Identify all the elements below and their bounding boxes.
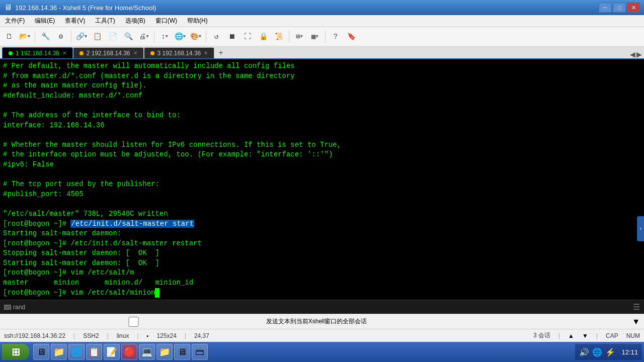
connect-button[interactable]: 🔗▼: [74, 30, 89, 44]
sep4: |: [185, 332, 186, 339]
titlebar: 🖥 192.168.14.36 - Xshell 5 (Free for Hom…: [0, 0, 644, 15]
tab-label-1: 1 192.168.14.36: [16, 50, 59, 57]
properties-button[interactable]: 🔧: [38, 30, 52, 44]
right-panel-toggle[interactable]: ›: [637, 216, 644, 241]
terminal-line-1: # Per default, the master will automatic…: [3, 61, 641, 71]
terminal-line-blank-4: [3, 199, 641, 209]
terminal-line-5: # The address of the interface to bind t…: [3, 111, 641, 121]
menu-item-b[interactable]: 选项(B): [120, 15, 150, 27]
extra-button[interactable]: 🔖: [344, 30, 358, 44]
taskbar-app-1[interactable]: 🖥: [33, 344, 49, 360]
taskbar-app-10[interactable]: 🗃: [192, 344, 208, 360]
paste-button[interactable]: 📄: [106, 30, 120, 44]
ssh-address: ssh://192.168.14.36:22: [4, 332, 65, 339]
scroll-down-icon[interactable]: ▼: [582, 332, 588, 339]
menu-item-w[interactable]: 窗口(W): [150, 15, 182, 27]
start-button[interactable]: ⊞: [2, 344, 29, 360]
menu-item-e[interactable]: 编辑(E): [30, 15, 60, 27]
window-title: 192.168.14.36 - Xshell 5 (Free for Home/…: [15, 4, 599, 12]
taskbar-app-7[interactable]: 💻: [139, 344, 155, 360]
toolbar-separator-3: [154, 31, 154, 43]
tab-2[interactable]: 2 192.168.14.36 ✕: [73, 47, 144, 58]
lock-button[interactable]: 🔒: [256, 30, 270, 44]
toolbar-separator-1: [35, 31, 35, 43]
taskbar-app-6[interactable]: 🔴: [121, 344, 137, 360]
tab-label-2: 2 192.168.14.36: [87, 50, 130, 57]
toolbar-separator-2: [71, 31, 71, 43]
open-button[interactable]: 📂▼: [18, 30, 32, 44]
toolbar-separator-4: [206, 31, 206, 43]
highlighted-command: /etc/init.d/salt-master start: [70, 220, 194, 228]
terminal-line-12: "/etc/salt/master" 738L, 29548C written: [3, 209, 641, 219]
taskbar-apps: 🖥 📁 🌐 📋 📝 🔴 💻 📁 🖥 🗃: [33, 344, 208, 360]
rand-expand-icon[interactable]: ☰: [633, 302, 640, 312]
transfer-button[interactable]: ↕▼: [157, 30, 172, 44]
menu-item-h[interactable]: 帮助(H): [182, 15, 213, 27]
terminal-line-20: [root@bogon ~]# vim /etc/salt/minion: [3, 288, 641, 298]
taskbar-app-9[interactable]: 🖥: [174, 344, 190, 360]
toolbar-separator-6: [325, 31, 326, 43]
caps-status: CAP: [606, 332, 618, 339]
tray-icon-2[interactable]: 🌐: [592, 347, 602, 357]
terminal-line-13: [root@bogon ~]# /etc/init.d/salt-master …: [3, 219, 641, 229]
help-button[interactable]: ?: [329, 30, 343, 44]
globe-button[interactable]: 🌐▼: [173, 30, 187, 44]
taskbar-app-2[interactable]: 📁: [51, 344, 67, 360]
color-button[interactable]: 🎨▼: [189, 30, 203, 44]
terminal-icon: ▪: [147, 333, 149, 339]
new-session-button[interactable]: 🗋: [2, 30, 16, 44]
taskbar-app-4[interactable]: 📋: [86, 344, 102, 360]
minimize-button[interactable]: ─: [599, 3, 612, 13]
tab-close-3[interactable]: ✕: [204, 50, 208, 56]
print-button[interactable]: 🖨▼: [137, 30, 151, 44]
terminal-line-8: # the interface option must be adjusted,…: [3, 150, 641, 160]
tab-indicator-1: [9, 51, 13, 55]
taskbar: ⊞ 🖥 📁 🌐 📋 📝 🔴 💻 📁 🖥 🗃 🔊 🌐 ⚡ 12:11: [0, 342, 644, 362]
toolbar-separator-5: [289, 31, 289, 43]
os-status: linux: [117, 332, 129, 339]
menu-item-v[interactable]: 查看(V): [60, 15, 90, 27]
app-icon: 🖥: [4, 3, 12, 12]
terminal-line-3: # as the main master config file).: [3, 81, 641, 91]
taskbar-app-5[interactable]: 📝: [104, 344, 120, 360]
layout-button[interactable]: ⊞▼: [292, 30, 306, 44]
tab-indicator-2: [79, 51, 84, 55]
terminal[interactable]: # Per default, the master will automatic…: [0, 59, 644, 300]
taskbar-app-3[interactable]: 🌐: [68, 344, 85, 360]
new-tab-button[interactable]: +: [214, 47, 227, 58]
tab-3[interactable]: 3 192.168.14.36 ✕: [144, 47, 215, 58]
scroll-up-icon[interactable]: ▲: [568, 332, 574, 339]
tab-next-button[interactable]: ▶: [636, 50, 642, 58]
rand-label: rand: [13, 304, 25, 311]
stop-button[interactable]: ⏹: [225, 30, 239, 44]
send-all-checkbox[interactable]: [4, 317, 263, 327]
tab-prev-button[interactable]: ◀: [630, 50, 635, 58]
system-tray: 🔊 🌐 ⚡ 12:11: [575, 344, 642, 360]
terminal-line-18: [root@bogon ~]# vim /etc/salt/m: [3, 268, 641, 278]
tab-indicator-3: [150, 51, 154, 55]
rand-icon: [4, 305, 11, 310]
taskbar-app-8[interactable]: 📁: [156, 344, 173, 360]
menu-item-t[interactable]: 工具(T): [90, 15, 120, 27]
script-button[interactable]: 📜: [272, 30, 286, 44]
refresh-button[interactable]: ↺: [209, 30, 223, 44]
copy-button[interactable]: 📋: [90, 30, 104, 44]
send-settings-icon[interactable]: ▼: [632, 317, 640, 326]
maximize-button[interactable]: □: [613, 3, 626, 13]
tab-close-2[interactable]: ✕: [133, 50, 137, 56]
protocol-status: SSH2: [83, 332, 99, 339]
panels-button[interactable]: ▦▼: [308, 30, 322, 44]
menu-item-f[interactable]: 文件(F): [0, 15, 30, 27]
tray-icon-3[interactable]: ⚡: [605, 347, 615, 357]
tab-nav: ◀ ▶: [227, 50, 644, 58]
terminal-line-14: Starting salt-master daemon:: [3, 229, 641, 239]
tab-close-1[interactable]: ✕: [62, 50, 66, 56]
sep1: |: [73, 332, 75, 339]
close-button[interactable]: ✕: [627, 3, 640, 13]
toolbar-button-2[interactable]: ⚙: [54, 30, 68, 44]
fullscreen-button[interactable]: ⛶: [240, 30, 255, 44]
sep6: |: [596, 332, 598, 339]
tab-1[interactable]: 1 192.168.14.36 ✕: [2, 47, 73, 58]
find-button[interactable]: 🔍: [121, 30, 135, 44]
tray-icon-1[interactable]: 🔊: [579, 347, 589, 357]
